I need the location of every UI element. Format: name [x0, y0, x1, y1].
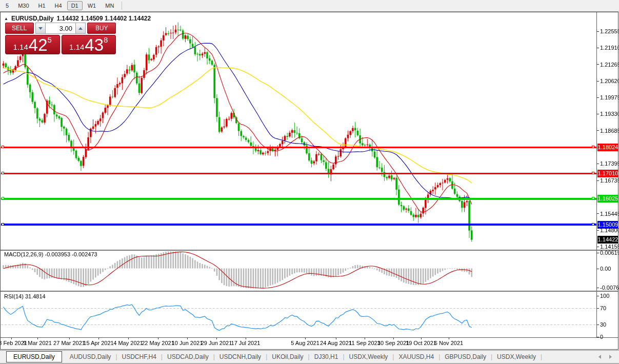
- hline-1-15009[interactable]: [1, 224, 596, 226]
- price-tick-label: 1.21265: [600, 62, 619, 68]
- price-tag-1-14422: 1.14422: [597, 236, 618, 244]
- sell-price-sup: 5: [48, 36, 52, 44]
- sell-button[interactable]: SELL: [5, 23, 34, 34]
- buy-price-big: 43: [85, 37, 104, 53]
- tab-scroll-right-icon[interactable]: [609, 355, 612, 359]
- rsi-axis-label: 70: [600, 305, 606, 311]
- volume-decrease-button[interactable]: [35, 23, 46, 34]
- date-tick-label: 15 Apr 2021: [83, 340, 113, 346]
- tab-separator: |: [541, 353, 542, 360]
- price-tag-1-17010: 1.17010: [597, 170, 618, 177]
- date-tick-label: 27 Mar 2021: [53, 340, 85, 346]
- tab-audusd-daily[interactable]: AUDUSD,Daily: [65, 352, 116, 362]
- tab-xauusd-h4[interactable]: XAUUSD,H4: [394, 352, 438, 362]
- price-tick-label: 1.21910: [600, 45, 619, 51]
- tab-usdchf-h4[interactable]: USDCHF,H4: [117, 352, 161, 362]
- chart-header: ▲ EURUSD,Daily 1.14432 1.14509 1.14402 1…: [4, 15, 151, 22]
- tab-dj30-h1[interactable]: DJ30,H1: [310, 352, 343, 362]
- rsi-axis-label: 30: [600, 321, 606, 328]
- buy-button[interactable]: BUY: [87, 23, 116, 34]
- date-tick-label: 11 Sep 2021: [349, 340, 381, 346]
- rsi-panel-separator[interactable]: [1, 291, 618, 292]
- spin-up-icon: [78, 27, 83, 30]
- price-tag-1-18024: 1.18024: [597, 144, 618, 151]
- rsi-axis-label: 0: [600, 334, 603, 340]
- collapse-ohlc-icon[interactable]: ▲: [4, 16, 8, 21]
- price-tick-label: 1.22555: [600, 28, 619, 34]
- hline-1-1701[interactable]: [1, 173, 596, 174]
- symbol-tab-bar: EURUSD,DailyAUDUSD,Daily|USDCHF,H4|USDCA…: [0, 350, 619, 364]
- macd-axis-label: -0.007621: [600, 285, 619, 291]
- price-tick-label: 1.19330: [600, 111, 619, 117]
- date-tick-label: 6 Nov 2021: [434, 340, 463, 346]
- sell-price-prefix: 1.14: [13, 43, 28, 53]
- date-tick-label: 4 May 2021: [113, 340, 143, 346]
- price-axis-separator: [596, 12, 597, 338]
- date-tick-label: 5 Aug 2021: [291, 340, 320, 346]
- volume-input[interactable]: [46, 23, 75, 34]
- hline-1-16025[interactable]: [1, 198, 596, 200]
- hline-handle[interactable]: [2, 197, 4, 199]
- rsi-axis-label: 100: [600, 293, 609, 299]
- buy-price-sup: 8: [104, 36, 108, 44]
- tab-usdcnh-daily[interactable]: USDCNH,Daily: [215, 352, 266, 362]
- hline-handle[interactable]: [592, 197, 594, 199]
- tab-usdcad-daily[interactable]: USDCAD,Daily: [163, 352, 213, 362]
- date-tick-label: 19 Oct 2021: [406, 340, 436, 346]
- chart-canvas[interactable]: [0, 0, 619, 364]
- hline-handle[interactable]: [592, 172, 594, 174]
- buy-price-panel[interactable]: 1.14 43 8: [62, 35, 116, 54]
- one-click-trading-panel: SELL BUY 1.14 42 5 1.14 43 8: [5, 23, 116, 54]
- sell-price-panel[interactable]: 1.14 42 5: [5, 35, 60, 54]
- macd-label: MACD(12,26,9) -0.003953 -0.002473: [4, 251, 97, 257]
- price-tick-label: 1.17395: [600, 160, 619, 167]
- hline-handle[interactable]: [592, 146, 594, 148]
- date-tick-label: 22 May 2021: [142, 340, 174, 346]
- price-tick-label: 1.20620: [600, 78, 619, 84]
- price-tick-label: 1.14155: [600, 244, 619, 250]
- price-tag-1-15009: 1.15009: [597, 221, 618, 229]
- chart-symbol-label: EURUSD,Daily: [11, 15, 54, 22]
- date-tick-label: 30 Sep 2021: [377, 340, 409, 346]
- date-tick-label: 24 Aug 2021: [320, 340, 352, 346]
- date-tick-label: 9 Mar 2021: [23, 340, 52, 346]
- tab-usdx-weekly[interactable]: USDX,Weekly: [492, 352, 541, 362]
- price-tick-label: 1.18685: [600, 128, 619, 134]
- date-tick-label: 10 Jun 2021: [172, 340, 203, 346]
- price-tick-label: 1.19975: [600, 94, 619, 100]
- macd-axis-label: 0.00: [600, 266, 611, 272]
- hline-handle[interactable]: [2, 223, 4, 226]
- tab-gbpusd-daily[interactable]: GBPUSD,Daily: [440, 352, 491, 362]
- date-axis-separator: [1, 337, 618, 338]
- price-tick-label: 1.16735: [600, 177, 619, 184]
- price-tick-label: 1.15445: [600, 211, 619, 217]
- tab-ukoil-daily[interactable]: UKOil,Daily: [267, 352, 308, 362]
- tab-usdx-weekly[interactable]: USDX,Weekly: [345, 352, 393, 362]
- hline-handle[interactable]: [592, 223, 594, 226]
- spin-down-icon: [38, 27, 43, 30]
- sell-price-big: 42: [29, 37, 48, 53]
- volume-increase-button[interactable]: [75, 23, 86, 34]
- hline-handle[interactable]: [2, 172, 4, 174]
- tab-eurusd-daily[interactable]: EURUSD,Daily: [6, 351, 62, 362]
- chart-ohlc-values: 1.14432 1.14509 1.14402 1.14422: [57, 15, 151, 22]
- hline-handle[interactable]: [2, 146, 4, 148]
- buy-price-prefix: 1.14: [69, 43, 84, 53]
- macd-panel-separator[interactable]: [1, 250, 618, 251]
- tab-scroll-arrows: [598, 355, 612, 359]
- date-tick-label: 17 Jul 2021: [231, 340, 261, 346]
- tab-scroll-left-icon[interactable]: [598, 355, 601, 359]
- date-tick-label: 29 Jun 2021: [201, 340, 232, 346]
- price-tag-1-16025: 1.16025: [597, 195, 618, 203]
- tab-list: EURUSD,DailyAUDUSD,Daily|USDCHF,H4|USDCA…: [6, 351, 542, 362]
- rsi-label: RSI(14) 31.4814: [4, 293, 46, 299]
- hline-1-18024[interactable]: [1, 147, 596, 148]
